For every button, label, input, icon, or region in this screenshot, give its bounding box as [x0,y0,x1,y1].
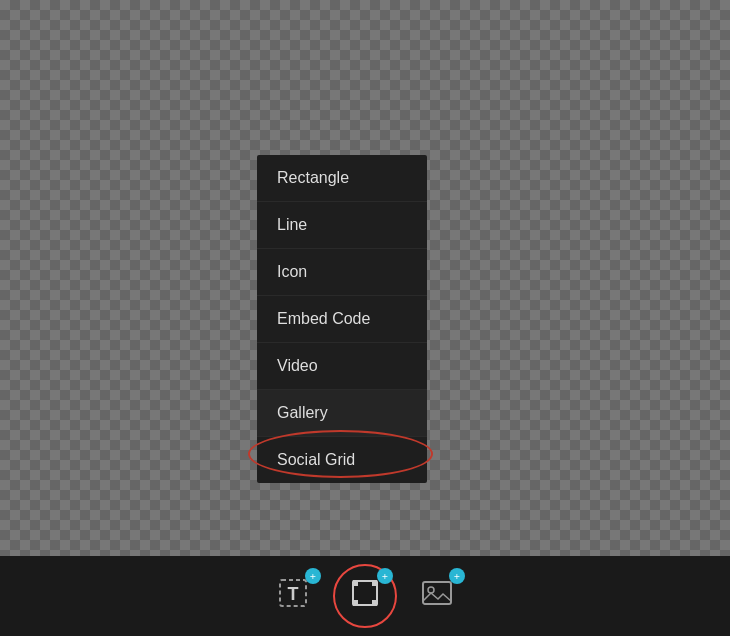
shapes-tool-button[interactable]: + [333,564,397,628]
svg-rect-10 [372,600,377,605]
image-tool-button[interactable]: + [407,566,467,626]
image-icon [421,577,453,616]
text-tool-button[interactable]: T + [263,566,323,626]
svg-rect-9 [353,600,358,605]
menu-item-gallery[interactable]: Gallery [257,390,427,437]
dropdown-menu: Rectangle Line Icon Embed Code Video Gal… [257,155,427,483]
menu-item-social-grid[interactable]: Social Grid [257,437,427,483]
svg-text:T: T [288,584,299,604]
svg-rect-7 [353,581,358,586]
shapes-plus-badge: + [377,568,393,584]
menu-item-embed-code[interactable]: Embed Code [257,296,427,343]
shapes-icon [349,577,381,616]
svg-rect-8 [372,581,377,586]
text-plus-badge: + [305,568,321,584]
menu-item-rectangle[interactable]: Rectangle [257,155,427,202]
image-plus-badge: + [449,568,465,584]
menu-item-line[interactable]: Line [257,202,427,249]
svg-rect-11 [423,582,451,604]
bottom-toolbar: T + + [0,556,730,636]
text-icon: T [277,577,309,616]
menu-item-video[interactable]: Video [257,343,427,390]
menu-item-icon[interactable]: Icon [257,249,427,296]
